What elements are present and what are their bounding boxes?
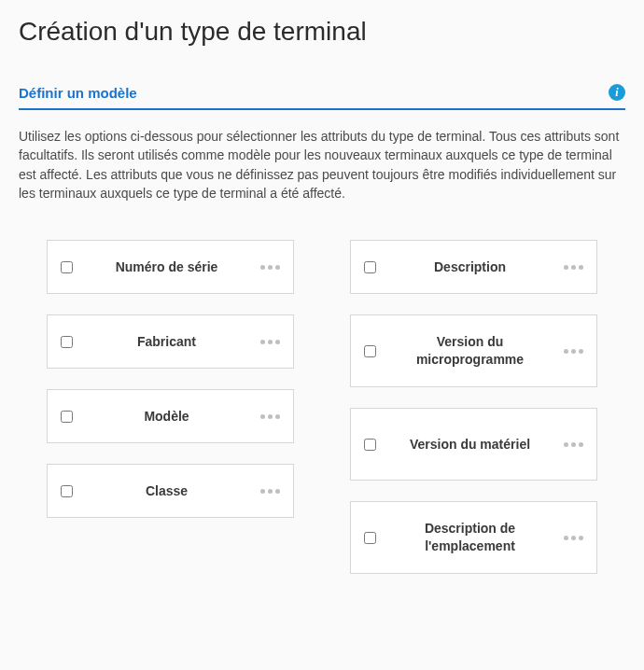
- section-title: Définir un modèle: [19, 85, 137, 101]
- attribute-label: Classe: [73, 482, 260, 500]
- info-icon[interactable]: i: [609, 84, 625, 101]
- attribute-card: Version du microprogramme: [350, 314, 597, 387]
- attribute-column-left: Numéro de sérieFabricantModèleClasse: [47, 240, 294, 574]
- more-icon[interactable]: [564, 265, 583, 270]
- attribute-label: Numéro de série: [73, 258, 260, 276]
- attribute-checkbox[interactable]: [61, 336, 73, 348]
- attribute-label: Description de l'emplacement: [376, 520, 564, 555]
- more-icon[interactable]: [564, 536, 583, 540]
- attribute-checkbox[interactable]: [364, 532, 376, 544]
- attribute-checkbox[interactable]: [364, 439, 376, 451]
- attribute-grid: Numéro de sérieFabricantModèleClasse Des…: [19, 240, 625, 574]
- more-icon[interactable]: [260, 265, 280, 270]
- attribute-card: Fabricant: [47, 314, 294, 369]
- attribute-card: Description: [350, 240, 597, 294]
- attribute-checkbox[interactable]: [61, 485, 73, 497]
- section-header: Définir un modèle i: [19, 84, 625, 101]
- divider: [19, 108, 625, 110]
- attribute-label: Description: [376, 258, 564, 276]
- attribute-card: Version du matériel: [350, 408, 597, 481]
- more-icon[interactable]: [564, 442, 583, 447]
- section-description: Utilisez les options ci-dessous pour sél…: [19, 127, 625, 202]
- attribute-card: Description de l'emplacement: [350, 501, 597, 574]
- attribute-label: Fabricant: [73, 333, 260, 351]
- attribute-checkbox[interactable]: [364, 345, 376, 357]
- attribute-column-right: DescriptionVersion du microprogrammeVers…: [350, 240, 597, 574]
- attribute-card: Numéro de série: [47, 240, 294, 294]
- attribute-checkbox[interactable]: [61, 411, 73, 423]
- attribute-label: Version du microprogramme: [376, 333, 564, 369]
- more-icon[interactable]: [564, 349, 583, 354]
- more-icon[interactable]: [260, 414, 280, 419]
- page-title: Création d'un type de terminal: [19, 17, 625, 47]
- attribute-card: Modèle: [47, 389, 294, 443]
- attribute-label: Version du matériel: [376, 436, 564, 454]
- attribute-label: Modèle: [73, 408, 260, 426]
- attribute-checkbox[interactable]: [364, 261, 376, 273]
- more-icon[interactable]: [260, 489, 280, 494]
- attribute-card: Classe: [47, 464, 294, 518]
- more-icon[interactable]: [260, 340, 280, 344]
- attribute-checkbox[interactable]: [61, 261, 73, 273]
